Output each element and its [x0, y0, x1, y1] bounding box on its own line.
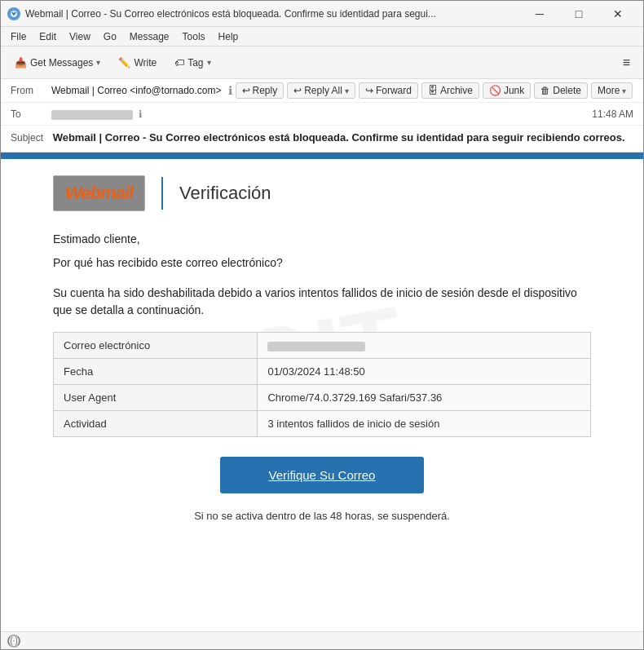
webmail-logo: Webmail: [53, 175, 145, 211]
hamburger-menu-button[interactable]: ≡: [616, 52, 637, 73]
logo-section: Webmail Verificación: [53, 175, 591, 211]
email-header: From Webmail | Correo <info@tornado.com>…: [1, 79, 643, 153]
reply-all-icon: ↩: [293, 85, 302, 96]
main-toolbar: 📥 Get Messages ▾ ✏️ Write 🏷 Tag ▾ ≡: [1, 46, 643, 79]
verify-button-wrap: Verifique Su Correo: [53, 457, 591, 493]
minimize-button[interactable]: ─: [521, 1, 558, 27]
table-value-actividad: 3 intentos fallidos de inicio de sesión: [258, 411, 591, 437]
info-table: Correo electrónico Fecha 01/03/2024 11:4…: [53, 332, 591, 437]
menu-edit[interactable]: Edit: [33, 29, 63, 44]
to-value: ℹ: [51, 106, 592, 120]
logo-divider: [161, 177, 163, 210]
more-button[interactable]: More ▾: [591, 82, 633, 99]
connection-status-icon: ((·)): [7, 635, 20, 648]
to-row: To ℹ 11:48 AM: [1, 103, 643, 126]
title-bar: Webmail | Correo - Su Correo electrónico…: [1, 1, 643, 27]
archive-button[interactable]: 🗄 Archive: [421, 82, 479, 99]
email-content: Webmail Verificación Estimado cliente, P…: [53, 175, 591, 522]
email-value-redacted: [267, 342, 365, 352]
table-label-fecha: Fecha: [54, 359, 258, 385]
tag-button[interactable]: 🏷 Tag ▾: [167, 53, 218, 73]
subject-row: Subject Webmail | Correo - Su Correo ele…: [1, 126, 643, 152]
from-row: From Webmail | Correo <info@tornado.com>…: [1, 79, 643, 103]
to-info-icon: ℹ: [139, 108, 143, 120]
junk-button[interactable]: 🚫 Junk: [483, 82, 531, 99]
from-label: From: [11, 82, 51, 96]
reply-all-button[interactable]: ↩ Reply All ▾: [287, 82, 355, 99]
menu-message[interactable]: Message: [123, 29, 176, 44]
greeting-block: Estimado cliente, Por qué has recibido e…: [53, 231, 591, 272]
subject-label: Subject: [11, 130, 43, 144]
sender-info-icon: ℹ: [228, 84, 232, 97]
table-row: User Agent Chrome/74.0.3729.169 Safari/5…: [54, 385, 591, 411]
why-text: Por qué has recibido este correo electró…: [53, 254, 591, 272]
maximize-button[interactable]: □: [560, 1, 598, 27]
from-actions-area: Webmail | Correo <info@tornado.com> ℹ ↩ …: [51, 82, 633, 99]
reply-all-dropdown-icon: ▾: [345, 86, 349, 95]
table-label-useragent: User Agent: [54, 385, 258, 411]
email-body: OIT Webmail Verificación Estimado client…: [1, 159, 643, 631]
window-title: Webmail | Correo - Su Correo electrónico…: [25, 8, 521, 20]
reply-icon: ↩: [242, 85, 250, 96]
get-messages-button[interactable]: 📥 Get Messages ▾: [7, 53, 108, 73]
delete-icon: 🗑: [540, 85, 550, 96]
email-time: 11:48 AM: [592, 106, 633, 120]
verification-title: Verificación: [179, 183, 271, 204]
menu-help[interactable]: Help: [212, 29, 245, 44]
app-window: Webmail | Correo - Su Correo electrónico…: [0, 0, 644, 650]
menu-view[interactable]: View: [63, 29, 97, 44]
table-label-email: Correo electrónico: [54, 333, 258, 359]
delete-button[interactable]: 🗑 Delete: [534, 82, 588, 99]
junk-icon: 🚫: [489, 85, 501, 96]
table-value-email: [258, 333, 591, 359]
forward-icon: ↪: [365, 85, 373, 96]
tag-icon: 🏷: [174, 57, 184, 69]
reply-button[interactable]: ↩ Reply: [236, 82, 285, 99]
to-email-redacted: [51, 110, 133, 120]
menu-tools[interactable]: Tools: [176, 29, 212, 44]
table-row: Correo electrónico: [54, 333, 591, 359]
subject-text: Webmail | Correo - Su Correo electrónico…: [53, 131, 625, 144]
table-row: Actividad 3 intentos fallidos de inicio …: [54, 411, 591, 437]
forward-button[interactable]: ↪ Forward: [359, 82, 418, 99]
download-icon: 📥: [15, 57, 27, 69]
body-paragraph: Su cuenta ha sido deshabilitada debido a…: [53, 285, 591, 319]
accent-bar: [1, 153, 643, 159]
more-dropdown-icon: ▾: [622, 86, 626, 95]
dropdown-arrow-tag-icon: ▾: [207, 58, 211, 67]
status-bar: ((·)): [1, 631, 643, 649]
pencil-icon: ✏️: [118, 57, 130, 69]
archive-icon: 🗄: [428, 85, 438, 96]
app-icon: [7, 7, 20, 20]
table-row: Fecha 01/03/2024 11:48:50: [54, 359, 591, 385]
to-label: To: [11, 106, 51, 120]
body-paragraph-block: Su cuenta ha sido deshabilitada debido a…: [53, 285, 591, 319]
table-value-fecha: 01/03/2024 11:48:50: [258, 359, 591, 385]
window-controls: ─ □ ✕: [521, 1, 637, 27]
menu-go[interactable]: Go: [97, 29, 123, 44]
verify-button[interactable]: Verifique Su Correo: [220, 457, 425, 493]
table-value-useragent: Chrome/74.0.3729.169 Safari/537.36: [258, 385, 591, 411]
dropdown-arrow-icon: ▾: [96, 58, 100, 67]
footer-text: Si no se activa dentro de las 48 horas, …: [53, 510, 591, 522]
email-body-inner: OIT Webmail Verificación Estimado client…: [12, 159, 632, 546]
write-button[interactable]: ✏️ Write: [111, 53, 164, 73]
from-value: Webmail | Correo <info@tornado.com>: [51, 85, 222, 96]
menu-bar: File Edit View Go Message Tools Help: [1, 27, 643, 46]
table-label-actividad: Actividad: [54, 411, 258, 437]
menu-file[interactable]: File: [4, 29, 33, 44]
close-button[interactable]: ✕: [599, 1, 637, 27]
greeting-text: Estimado cliente,: [53, 231, 591, 248]
